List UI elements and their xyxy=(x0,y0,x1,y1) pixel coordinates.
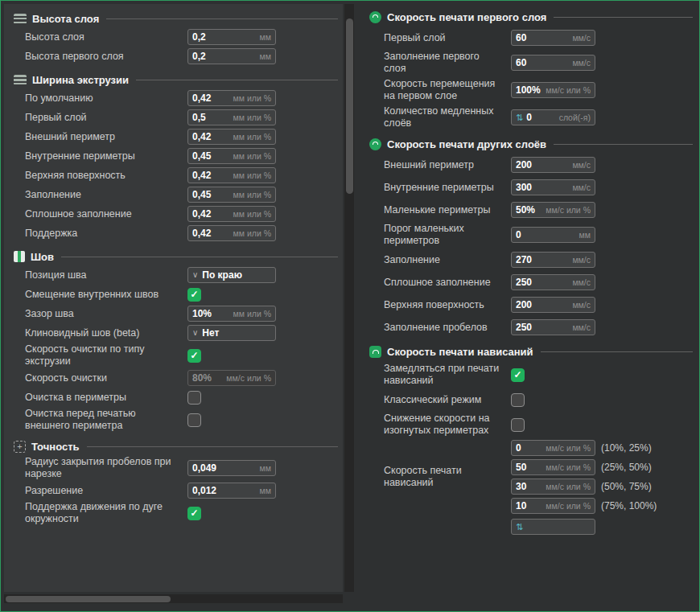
field-unit: мм/с или % xyxy=(546,205,591,215)
field-unit: мм xyxy=(260,463,271,473)
dropdown-value: Нет xyxy=(202,327,271,339)
value-field[interactable]: 80%мм/с или % xyxy=(187,370,276,386)
field-value: 0,42 xyxy=(192,228,231,239)
checkbox[interactable] xyxy=(187,349,201,363)
field-unit: мм/с или % xyxy=(546,501,591,511)
settings-row: Скорость очистки по типу экструзии xyxy=(25,343,338,368)
field-value: 270 xyxy=(516,254,570,265)
value-field[interactable]: 270мм/с xyxy=(511,252,595,268)
section-rule xyxy=(61,257,338,257)
value-field[interactable]: 0,42мм или % xyxy=(187,167,276,183)
section-rule xyxy=(136,80,338,80)
setting-label: Заполнение пробелов xyxy=(384,322,511,334)
horizontal-scrollbar-thumb[interactable] xyxy=(6,596,171,602)
field-unit: мм/с или % xyxy=(546,462,591,472)
range-suffix: (25%, 50%) xyxy=(601,462,652,473)
value-field[interactable]: 60мм/с xyxy=(511,55,595,71)
settings-row: ⇅ xyxy=(384,517,693,536)
checkbox[interactable] xyxy=(511,418,525,432)
checkbox[interactable] xyxy=(187,391,201,405)
field-unit: мм xyxy=(260,32,271,42)
settings-row: Внешний периметр0,42мм или % xyxy=(25,128,338,146)
field-unit: мм или % xyxy=(233,170,271,180)
vertical-scrollbar-thumb[interactable] xyxy=(346,18,353,194)
setting-label: Заполнение первого слоя xyxy=(384,51,511,75)
field-value: 0,42 xyxy=(192,170,231,181)
value-field[interactable]: 300мм/с xyxy=(511,179,595,195)
value-field[interactable]: 0,2мм xyxy=(187,29,276,45)
value-field[interactable]: 0,45мм или % xyxy=(187,148,276,164)
spinner-arrows-icon[interactable]: ⇅ xyxy=(516,523,523,532)
field-unit: мм/с xyxy=(572,183,591,192)
value-field[interactable]: 0,5мм или % xyxy=(187,109,276,125)
value-field[interactable]: 0мм xyxy=(511,227,595,243)
value-field[interactable]: 250мм/с xyxy=(511,319,595,335)
horizontal-scrollbar[interactable] xyxy=(4,594,343,603)
chevron-down-icon: ∨ xyxy=(192,329,198,337)
settings-row: Маленькие периметры50%мм/с или % xyxy=(384,200,693,220)
field-unit: мм/с или % xyxy=(226,373,271,383)
value-field[interactable]: 10%мм или % xyxy=(187,306,276,322)
checkbox[interactable] xyxy=(511,368,525,382)
setting-label: Внутренние периметры xyxy=(25,150,187,162)
settings-row: Очистка в периметры xyxy=(25,388,338,406)
checkbox[interactable] xyxy=(187,288,201,302)
multi-input-group: 0мм/с или %(10%, 25%)50мм/с или %(25%, 5… xyxy=(511,440,657,514)
spinner-arrows-icon[interactable]: ⇅ xyxy=(516,113,523,122)
value-field[interactable]: 0,049мм xyxy=(187,460,276,476)
multi-input-line: 10мм/с или %(75%, 100%) xyxy=(511,498,657,514)
spinner-field[interactable]: ⇅0слой(-я) xyxy=(511,109,595,125)
settings-row: Первый слой60мм/с xyxy=(384,28,693,47)
setting-label: Внешний периметр xyxy=(25,131,187,143)
vertical-scrollbar[interactable] xyxy=(344,4,354,592)
value-field[interactable]: 50%мм/с или % xyxy=(511,202,595,218)
setting-label: Маленькие периметры xyxy=(384,204,511,216)
field-value: 0 xyxy=(526,112,556,123)
value-field[interactable]: 10мм/с или % xyxy=(511,498,595,514)
section-header: Скорость печати первого слоя xyxy=(369,9,693,25)
dropdown[interactable]: ∨По краю xyxy=(187,267,276,283)
settings-row: Верхняя поверхность200мм/с xyxy=(384,295,693,314)
value-field[interactable]: 0,45мм или % xyxy=(187,187,276,203)
setting-label: Внутренние периметры xyxy=(384,182,511,194)
settings-panel-right: Скорость печати первого слояПервый слой6… xyxy=(360,2,698,611)
value-field[interactable]: 250мм/с xyxy=(511,274,595,290)
field-value: 0,42 xyxy=(192,92,231,104)
checkbox[interactable] xyxy=(187,507,201,520)
value-field[interactable]: 0мм/с или % xyxy=(511,440,595,456)
field-unit: мм xyxy=(260,486,271,495)
setting-label: Классический режим xyxy=(384,394,511,406)
multi-input-line: 50мм/с или %(25%, 50%) xyxy=(511,459,657,475)
checkbox[interactable] xyxy=(187,413,201,427)
multi-input-line: 30мм/с или %(50%, 75%) xyxy=(511,479,657,495)
value-field[interactable]: 100%мм/с или % xyxy=(511,82,595,98)
field-unit: мм/с или % xyxy=(546,85,591,95)
value-field[interactable]: 0,012мм xyxy=(187,483,276,499)
value-field[interactable]: 0,42мм или % xyxy=(187,225,276,241)
section-rule xyxy=(554,144,693,145)
setting-label: По умолчанию xyxy=(25,92,187,105)
value-field[interactable]: 60мм/с xyxy=(511,30,595,46)
spinner-field[interactable]: ⇅ xyxy=(511,519,595,535)
setting-label: Смещение внутренних швов xyxy=(25,289,187,301)
setting-label: Клиновидный шов (beta) xyxy=(25,327,187,339)
value-field[interactable]: 200мм/с xyxy=(511,297,595,313)
value-field[interactable]: 0,42мм или % xyxy=(187,206,276,222)
value-field[interactable]: 200мм/с xyxy=(511,157,595,173)
field-unit: слой(-я) xyxy=(559,113,591,122)
value-field[interactable]: 50мм/с или % xyxy=(511,459,595,475)
value-field[interactable]: 30мм/с или % xyxy=(511,479,595,495)
field-value: 0,45 xyxy=(192,150,231,162)
value-field[interactable]: 0,2мм xyxy=(187,48,276,64)
section-rule xyxy=(106,18,338,19)
settings-row: Внутренние периметры300мм/с xyxy=(384,178,693,197)
setting-label: Очистка в периметры xyxy=(25,392,187,404)
dropdown[interactable]: ∨Нет xyxy=(187,325,276,341)
setting-label: Поддержка xyxy=(25,228,187,240)
dropdown-value: По краю xyxy=(202,269,271,281)
checkbox[interactable] xyxy=(511,393,525,407)
value-field[interactable]: 0,42мм или % xyxy=(187,129,276,145)
section-header: Скорость печати нависаний xyxy=(369,343,693,359)
field-unit: мм/с xyxy=(572,58,591,68)
value-field[interactable]: 0,42мм или % xyxy=(187,90,276,106)
